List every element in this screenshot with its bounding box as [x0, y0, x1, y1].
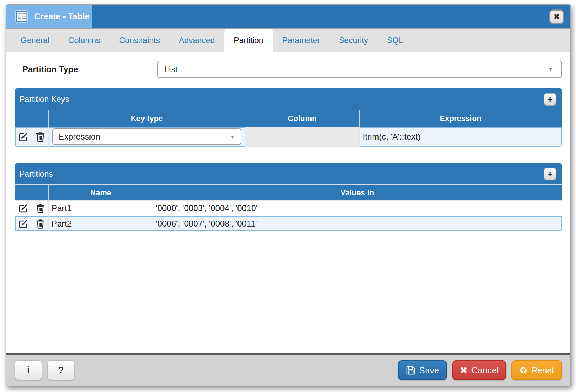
tab-constraints[interactable]: Constraints	[110, 29, 169, 52]
chevron-down-icon: ▼	[548, 66, 554, 73]
info-icon: i	[27, 365, 30, 376]
plus-icon: +	[547, 169, 552, 178]
title-area: Create - Table	[6, 5, 92, 28]
add-partition-key-button[interactable]: +	[544, 93, 556, 106]
close-icon: ✖	[554, 12, 560, 21]
partition-type-select[interactable]: List ▼	[157, 61, 562, 78]
key-column-cell	[245, 127, 360, 147]
chevron-down-icon: ▼	[230, 134, 235, 140]
key-type-value: Expression	[59, 132, 100, 142]
partition-keys-title: Partition Keys	[19, 95, 69, 104]
partition-values-cell[interactable]: '0000', '0003', '0004', '0010'	[153, 201, 562, 216]
dialog-footer: i ? Save ✖ Cancel ♻ Reset	[6, 353, 570, 386]
partition-row-part2: Part2 '0006', '0007', '0008', '0011'	[15, 216, 562, 231]
tab-advanced[interactable]: Advanced	[169, 29, 224, 52]
help-icon: ?	[58, 365, 64, 376]
partitions-title: Partitions	[19, 169, 53, 179]
edit-row-button[interactable]	[15, 216, 32, 231]
partition-keys-table-header: Key type Column Expression	[15, 110, 562, 127]
delete-row-button[interactable]	[32, 127, 48, 147]
cancel-x-icon: ✖	[460, 365, 468, 376]
partitions-header: Partitions +	[15, 163, 562, 184]
column-header-expression: Expression	[360, 110, 562, 127]
save-icon	[406, 366, 415, 375]
tab-partition[interactable]: Partition	[224, 29, 273, 52]
edit-row-button[interactable]	[15, 201, 32, 216]
create-table-dialog: Create - Table ✖ General Columns Constra…	[6, 4, 571, 386]
partition-tab-content: Partition Type List ▼ Partition Keys + K…	[6, 52, 570, 353]
reset-label: Reset	[531, 365, 554, 376]
partition-type-row: Partition Type List ▼	[15, 60, 562, 79]
partition-key-row: Expression ▼ ltrim(c, 'A'::text)	[15, 127, 562, 147]
partition-keys-header: Partition Keys +	[15, 89, 562, 110]
column-header-column: Column	[245, 110, 360, 127]
tab-sql[interactable]: SQL	[377, 29, 413, 52]
trash-icon	[36, 131, 45, 142]
column-header-values-in: Values In	[153, 185, 562, 200]
partition-type-value: List	[165, 65, 178, 74]
edit-icon	[19, 203, 28, 213]
partition-keys-table: Key type Column Expression	[15, 110, 562, 147]
delete-row-button[interactable]	[32, 216, 48, 231]
key-expression-cell[interactable]: ltrim(c, 'A'::text)	[360, 127, 562, 147]
partition-type-label: Partition Type	[15, 65, 157, 74]
trash-icon	[36, 219, 45, 229]
cancel-button[interactable]: ✖ Cancel	[452, 360, 507, 380]
tab-general[interactable]: General	[11, 29, 59, 52]
save-label: Save	[419, 365, 439, 376]
partition-row-part1: Part1 '0000', '0003', '0004', '0010'	[15, 200, 562, 216]
tab-columns[interactable]: Columns	[59, 29, 110, 52]
tab-bar: General Columns Constraints Advanced Par…	[6, 29, 570, 52]
recycle-icon: ♻	[519, 365, 527, 376]
tab-parameter[interactable]: Parameter	[273, 29, 329, 52]
delete-row-button[interactable]	[32, 201, 48, 216]
cancel-label: Cancel	[471, 365, 499, 376]
title-bar: Create - Table ✖	[6, 5, 570, 29]
tab-security[interactable]: Security	[329, 29, 377, 52]
edit-icon	[19, 219, 28, 229]
plus-icon: +	[547, 95, 552, 104]
trash-icon	[36, 203, 45, 213]
partitions-panel: Partitions + Name Values In	[15, 163, 562, 231]
partitions-table-header: Name Values In	[15, 184, 562, 200]
key-type-select[interactable]: Expression ▼	[52, 128, 241, 145]
partition-keys-panel: Partition Keys + Key type Column Express…	[15, 88, 562, 147]
partition-name-cell[interactable]: Part1	[49, 201, 153, 216]
help-button[interactable]: ?	[47, 360, 75, 380]
close-button[interactable]: ✖	[549, 9, 564, 24]
partitions-table: Name Values In	[15, 184, 562, 231]
save-button[interactable]: Save	[398, 360, 447, 380]
add-partition-button[interactable]: +	[544, 168, 556, 180]
dialog-title: Create - Table	[34, 12, 89, 21]
column-header-name: Name	[49, 185, 153, 200]
table-icon	[15, 10, 28, 23]
edit-row-button[interactable]	[15, 127, 32, 147]
sql-info-button[interactable]: i	[15, 360, 42, 380]
reset-button[interactable]: ♻ Reset	[511, 360, 562, 380]
partition-values-cell[interactable]: '0006', '0007', '0008', '0011'	[153, 216, 562, 231]
edit-icon	[18, 131, 29, 142]
partition-name-cell[interactable]: Part2	[49, 216, 153, 231]
column-header-key-type: Key type	[49, 110, 245, 127]
